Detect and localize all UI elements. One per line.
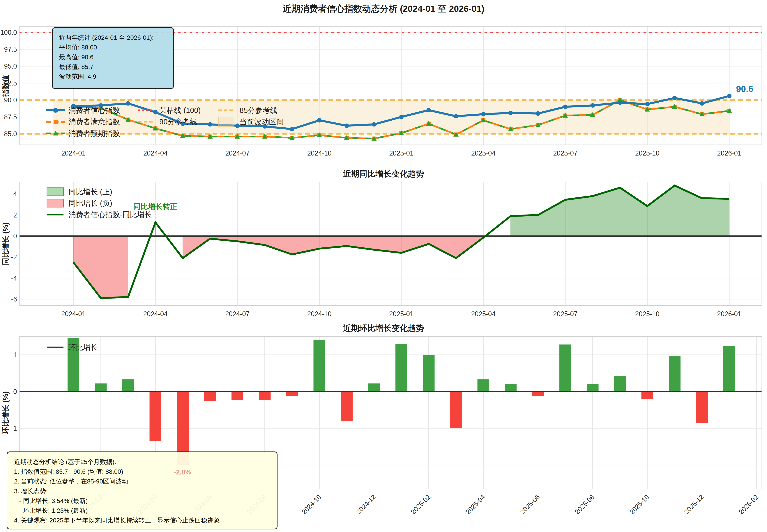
latest-value-label: 90.6: [736, 84, 753, 94]
c1-xtick-label: 2025-07: [553, 149, 578, 157]
c3-bar: [204, 392, 216, 401]
stat-line: 最低值: 85.7: [59, 63, 93, 70]
c3-ytick-label: 1: [13, 351, 17, 359]
c3-legend-label: 环比增长: [68, 343, 98, 351]
yoy-chart-title: 近期同比增长变化趋势: [0, 168, 767, 179]
c1-legend-confidence-marker: [53, 108, 58, 113]
stat-line: 平均值: 88.00: [59, 44, 97, 51]
c3-ylabel: 环比增长 (%): [1, 391, 10, 434]
c3-bar: [723, 346, 735, 392]
c1-confidence-marker: [591, 103, 595, 108]
c1-confidence-marker: [153, 110, 158, 114]
c1-xtick-label: 2024-01: [61, 149, 85, 157]
c1-legend-label: 消费者预期指数: [68, 129, 120, 138]
c1-xtick-label: 2024-04: [143, 149, 167, 157]
c3-xtick-label: 2025-06: [519, 493, 541, 516]
c2-xtick-label: 2025-10: [635, 310, 659, 318]
c1-legend-label: 85分参考线: [240, 106, 277, 114]
c1-xtick-label: 2026-01: [717, 149, 741, 157]
c1-confidence-marker: [317, 118, 322, 122]
c1-confidence-marker: [645, 102, 650, 106]
dashboard-page: 100.097.595.092.590.087.585.02024-012024…: [0, 0, 767, 532]
c1-ytick-label: 85.0: [4, 130, 17, 138]
conclusion-line: 近期动态分析结论 (基于25个月数据):: [14, 458, 116, 465]
c3-bar: [423, 355, 435, 392]
c3-bar: [450, 392, 462, 428]
c2-ytick-label: -2: [11, 253, 17, 261]
c2-xtick-label: 2024-04: [143, 310, 167, 318]
c2-xtick-label: 2024-01: [61, 310, 85, 318]
c1-confidence-marker: [126, 101, 130, 106]
c2-ytick-label: -6: [11, 295, 17, 303]
c2-xtick-label: 2024-10: [307, 310, 331, 318]
c2-legend-label: 消费者信心指数-同比增长: [68, 210, 152, 219]
conclusion-line: 1. 指数值范围: 85.7 - 90.6 (均值: 88.00): [14, 468, 123, 475]
c1-confidence-marker: [727, 94, 732, 98]
c1-legend-label: 90分参考线: [159, 118, 197, 126]
c2-legend-label: 同比增长 (负): [68, 199, 112, 207]
yoy-turn-positive-annotation: 同比增长转正: [109, 201, 201, 212]
conclusion-line: 3. 增长态势:: [14, 488, 48, 494]
c1-xtick-label: 2025-04: [471, 149, 495, 157]
c3-bar: [149, 392, 161, 441]
conclusion-line: - 环比增长: 1.23% (最新): [14, 507, 88, 514]
mom-chart-title: 近期环比增长变化趋势: [0, 323, 767, 334]
c1-confidence-marker: [290, 127, 294, 131]
c3-bar: [259, 392, 271, 400]
c3-bar: [642, 392, 653, 399]
c3-bar: [286, 392, 298, 396]
stat-summary-box: 近两年统计 (2024-01 至 2026-01): 平均值: 88.00 最高…: [52, 27, 174, 89]
conclusion-line: - 同比增长: 3.54% (最新): [14, 497, 88, 504]
c3-xtick-label: 2026-02: [737, 493, 760, 516]
c3-ytick-label: -1: [11, 425, 17, 432]
c1-legend-band-swatch: [219, 117, 234, 126]
c2-xtick-label: 2025-01: [389, 310, 413, 318]
c1-confidence-marker: [536, 111, 540, 116]
c2-xtick-label: 2025-07: [553, 310, 578, 318]
c3-bar: [122, 379, 134, 392]
c3-ytick-label: 0: [13, 388, 17, 395]
c3-bar: [368, 383, 380, 392]
c1-confidence-marker: [454, 114, 458, 118]
c2-ytick-label: -4: [11, 274, 17, 282]
c2-legend-positive-swatch: [47, 188, 63, 196]
c2-xtick-label: 2024-07: [225, 310, 250, 318]
c3-bar: [477, 379, 489, 392]
mom-min-bar-label: -2.0%: [164, 468, 201, 476]
c1-confidence-marker: [235, 124, 240, 128]
c1-legend-satisfaction-marker: [54, 120, 58, 124]
stat-line: 波动范围: 4.9: [59, 73, 96, 80]
c2-ytick-label: 4: [13, 190, 17, 198]
c1-confidence-marker: [508, 111, 513, 115]
c3-bar: [696, 392, 708, 423]
c3-xtick-label: 2025-04: [464, 493, 486, 516]
c1-xtick-label: 2025-10: [635, 149, 659, 157]
c1-confidence-marker: [700, 101, 704, 106]
c3-bar: [395, 344, 407, 392]
c2-legend-negative-swatch: [47, 199, 63, 207]
c1-ylabel: 指数值: [1, 75, 10, 97]
c1-ytick-label: 87.5: [4, 113, 17, 121]
conclusion-line: 2. 当前状态: 低位盘整，在85-90区间波动: [14, 478, 128, 485]
c2-positive-fill: [511, 185, 729, 236]
c2-negative-fill: [73, 236, 128, 298]
c1-legend-label: 当前波动区间: [240, 118, 284, 126]
c3-bar: [505, 384, 516, 392]
c1-confidence-marker: [672, 96, 677, 100]
c1-confidence-marker: [563, 105, 567, 109]
c1-legend-label: 消费者信心指数: [68, 106, 120, 114]
c2-ytick-label: 0: [13, 232, 17, 240]
c3-bar: [559, 344, 571, 392]
c3-bar: [341, 392, 353, 421]
c3-bar: [614, 376, 626, 392]
c1-confidence-marker: [208, 122, 213, 126]
c1-confidence-marker: [399, 115, 404, 119]
c1-ytick-label: 97.5: [4, 46, 17, 53]
c1-confidence-marker: [427, 108, 431, 112]
c2-xtick-label: 2025-04: [471, 310, 495, 318]
c3-xtick-label: 2024-12: [355, 493, 377, 516]
c2-xtick-label: 2026-01: [717, 310, 741, 318]
c2-legend-label: 同比增长 (正): [68, 188, 112, 196]
c3-xtick-label: 2025-02: [409, 493, 432, 516]
c3-bar: [669, 356, 681, 392]
